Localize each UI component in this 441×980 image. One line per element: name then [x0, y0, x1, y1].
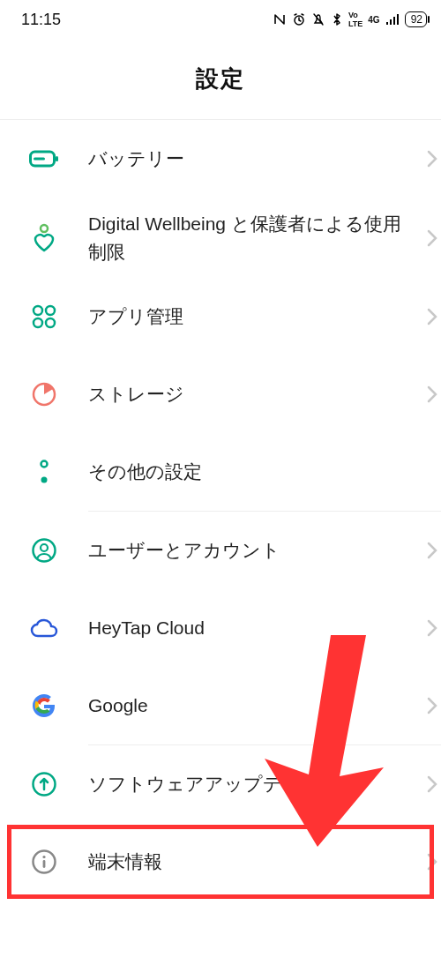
chevron-right-icon: [416, 378, 441, 410]
settings-item-heytap-cloud[interactable]: HeyTap Cloud: [0, 589, 441, 667]
apps-icon: [32, 304, 56, 329]
settings-item-label: ソフトウェアアップデート: [88, 770, 441, 798]
status-icons: VoLTE 4G 92: [273, 11, 427, 28]
svg-rect-7: [34, 158, 45, 161]
cloud-icon: [29, 617, 59, 639]
page-header: 設定: [0, 39, 441, 119]
volte-icon: VoLTE: [348, 11, 363, 28]
svg-rect-6: [56, 156, 58, 161]
settings-item-label: その他の設定: [88, 458, 441, 486]
settings-item-label: ユーザーとアカウント: [88, 536, 441, 565]
mute-icon: [311, 12, 325, 26]
svg-point-9: [34, 306, 42, 315]
software-update-icon: [31, 771, 57, 797]
svg-point-20: [42, 856, 45, 858]
settings-item-label: HeyTap Cloud: [88, 614, 441, 642]
battery-indicator: 92: [405, 11, 427, 27]
svg-point-10: [46, 306, 55, 315]
chevron-right-icon: [416, 535, 441, 566]
page-title: 設定: [0, 64, 441, 94]
bluetooth-icon: [331, 12, 343, 26]
settings-item-app-management[interactable]: アプリ管理: [0, 278, 441, 355]
battery-icon: [29, 149, 59, 168]
settings-item-google[interactable]: Google: [0, 667, 441, 744]
settings-item-label: アプリ管理: [88, 303, 441, 331]
svg-rect-4: [397, 14, 399, 25]
chevron-right-icon: [416, 301, 441, 333]
chevron-right-icon: [416, 846, 441, 878]
settings-item-label: ストレージ: [88, 380, 441, 408]
alarm-icon: [292, 12, 306, 26]
settings-item-battery[interactable]: バッテリー: [0, 120, 441, 198]
chevron-right-icon: [416, 690, 441, 722]
svg-point-15: [41, 477, 48, 483]
svg-rect-3: [393, 17, 395, 25]
status-time: 11:15: [21, 11, 61, 29]
svg-point-14: [41, 461, 48, 468]
settings-item-label: Google: [88, 692, 441, 720]
chevron-right-icon: [416, 222, 441, 254]
settings-list: バッテリー Digital Wellbeing と保護者による使用制限 アプリ管…: [0, 120, 441, 901]
settings-item-storage[interactable]: ストレージ: [0, 355, 441, 433]
network-4g-label: 4G: [368, 15, 379, 25]
info-icon: [31, 849, 57, 875]
settings-item-users-accounts[interactable]: ユーザーとアカウント: [0, 512, 441, 589]
svg-point-17: [41, 544, 48, 551]
wellbeing-icon: [32, 223, 56, 253]
chevron-right-icon: [416, 768, 441, 800]
chevron-right-icon: [416, 143, 441, 175]
settings-item-software-update[interactable]: ソフトウェアアップデート: [0, 745, 441, 823]
settings-item-label: Digital Wellbeing と保護者による使用制限: [88, 210, 441, 266]
svg-point-12: [46, 318, 55, 327]
svg-rect-21: [43, 860, 46, 868]
svg-rect-1: [386, 22, 388, 25]
other-settings-icon: [36, 459, 52, 485]
user-account-icon: [31, 537, 57, 564]
svg-point-8: [41, 225, 48, 232]
signal-icon: [385, 13, 400, 26]
google-icon: [32, 693, 56, 718]
status-bar: 11:15 VoLTE 4G 92: [0, 0, 441, 39]
svg-point-11: [34, 318, 42, 327]
settings-item-other[interactable]: その他の設定: [0, 433, 441, 511]
settings-item-label: 端末情報: [88, 848, 441, 876]
svg-rect-2: [390, 19, 392, 25]
chevron-right-icon: [416, 612, 441, 644]
nfc-icon: [273, 12, 287, 26]
settings-item-digital-wellbeing[interactable]: Digital Wellbeing と保護者による使用制限: [0, 198, 441, 278]
settings-item-about-phone[interactable]: 端末情報: [0, 823, 441, 901]
settings-item-about-phone-wrapper: 端末情報: [0, 823, 441, 901]
storage-icon: [31, 381, 57, 408]
settings-item-label: バッテリー: [88, 145, 441, 173]
